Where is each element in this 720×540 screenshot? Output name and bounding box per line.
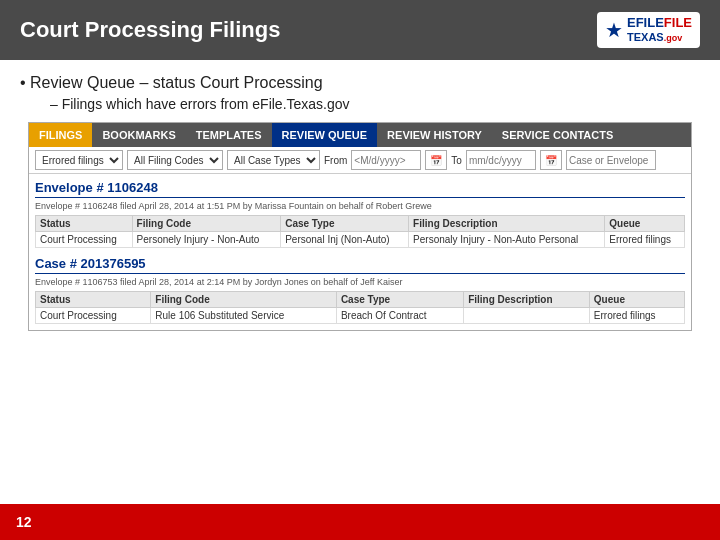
footer: 12 <box>0 504 720 540</box>
col2-filing-desc: Filing Description <box>464 292 590 308</box>
envelope-1-meta: Envelope # 1106248 filed April 28, 2014 … <box>35 201 685 211</box>
cell-case-type: Personal Inj (Non-Auto) <box>281 232 409 248</box>
col-status: Status <box>36 216 133 232</box>
page-title: Court Processing Filings <box>20 17 280 43</box>
to-date-input[interactable] <box>466 150 536 170</box>
nav-filings[interactable]: FILINGS <box>29 123 92 147</box>
cell2-case-type: Breach Of Contract <box>336 308 463 324</box>
cell-filing-desc: Personaly Injury - Non-Auto Personal <box>409 232 605 248</box>
col-filing-code: Filing Code <box>132 216 281 232</box>
col2-case-type: Case Type <box>336 292 463 308</box>
col2-filing-code: Filing Code <box>151 292 337 308</box>
queue-filter-select[interactable]: Errored filings <box>35 150 123 170</box>
case-1-header: Case # 201376595 <box>35 256 685 274</box>
nav-bookmarks[interactable]: BOOKMARKS <box>92 123 185 147</box>
nav-review-history[interactable]: REVIEW HISTORY <box>377 123 492 147</box>
case-1-meta: Envelope # 1106753 filed April 28, 2014 … <box>35 277 685 287</box>
nav-review-queue[interactable]: REVIEW QUEUE <box>272 123 378 147</box>
cell-queue: Errored filings <box>605 232 685 248</box>
table-header-row-2: Status Filing Code Case Type Filing Desc… <box>36 292 685 308</box>
main-bullet: • Review Queue – status Court Processing <box>20 74 700 92</box>
header: Court Processing Filings ★ EFILEFILE TEX… <box>0 0 720 60</box>
cell-filing-code: Personely Injury - Non-Auto <box>132 232 281 248</box>
col2-status: Status <box>36 292 151 308</box>
cell2-queue: Errored filings <box>589 308 684 324</box>
case-types-select[interactable]: All Case Types <box>227 150 320 170</box>
filter-bar: Errored filings All Filing Codes All Cas… <box>29 147 691 174</box>
from-date-input[interactable] <box>351 150 421 170</box>
nav-templates[interactable]: TEMPLATES <box>186 123 272 147</box>
col-filing-desc: Filing Description <box>409 216 605 232</box>
from-calendar-button[interactable]: 📅 <box>425 150 447 170</box>
envelope-1-header: Envelope # 1106248 <box>35 180 685 198</box>
case-envelope-search[interactable] <box>566 150 656 170</box>
logo: ★ EFILEFILE TEXAS.gov <box>597 12 700 47</box>
nav-bar: FILINGS BOOKMARKS TEMPLATES REVIEW QUEUE… <box>29 123 691 147</box>
case-1-table: Status Filing Code Case Type Filing Desc… <box>35 291 685 324</box>
page-number: 12 <box>16 514 32 530</box>
cell2-filing-desc <box>464 308 590 324</box>
app-frame: FILINGS BOOKMARKS TEMPLATES REVIEW QUEUE… <box>28 122 692 331</box>
col-queue: Queue <box>605 216 685 232</box>
table-header-row: Status Filing Code Case Type Filing Desc… <box>36 216 685 232</box>
from-label: From <box>324 155 347 166</box>
logo-star-icon: ★ <box>605 18 623 42</box>
to-calendar-button[interactable]: 📅 <box>540 150 562 170</box>
col-case-type: Case Type <box>281 216 409 232</box>
cell-status: Court Processing <box>36 232 133 248</box>
table-row: Court Processing Personely Injury - Non-… <box>36 232 685 248</box>
sub-bullet: – Filings which have errors from eFile.T… <box>50 96 700 112</box>
nav-service-contacts[interactable]: SERVICE CONTACTS <box>492 123 623 147</box>
envelope-1-table: Status Filing Code Case Type Filing Desc… <box>35 215 685 248</box>
cell2-filing-code: Rule 106 Substituted Service <box>151 308 337 324</box>
logo-text: EFILEFILE TEXAS.gov <box>627 16 692 43</box>
content-area: • Review Queue – status Court Processing… <box>0 60 720 331</box>
table-row-2: Court Processing Rule 106 Substituted Se… <box>36 308 685 324</box>
to-label: To <box>451 155 462 166</box>
cell2-status: Court Processing <box>36 308 151 324</box>
col2-queue: Queue <box>589 292 684 308</box>
filing-codes-select[interactable]: All Filing Codes <box>127 150 223 170</box>
data-area: Envelope # 1106248 Envelope # 1106248 fi… <box>29 174 691 330</box>
